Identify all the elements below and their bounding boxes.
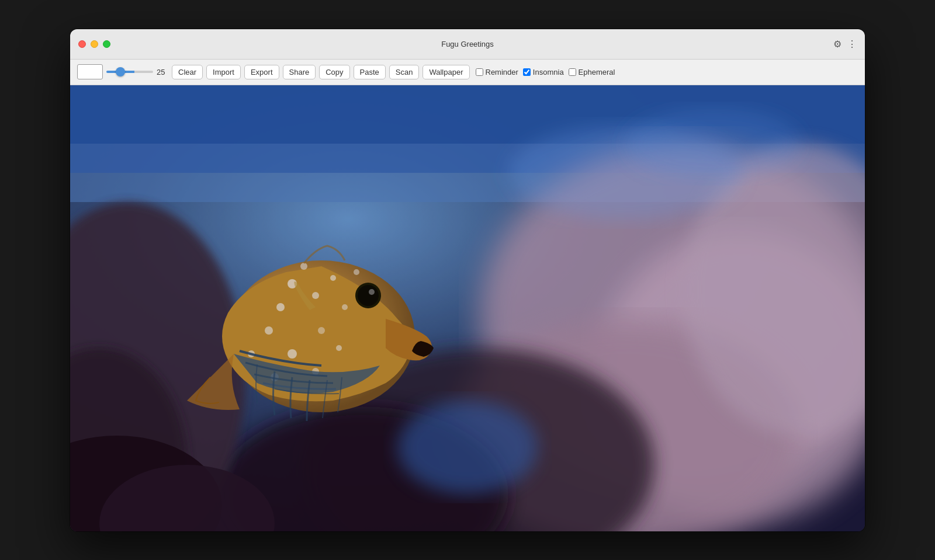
clear-button[interactable]: Clear [172, 65, 203, 79]
reminder-checkbox[interactable] [476, 68, 483, 76]
insomnia-label[interactable]: Insomnia [523, 68, 564, 76]
wallpaper-button[interactable]: Wallpaper [423, 65, 469, 79]
maximize-button[interactable] [103, 40, 110, 48]
brush-size-slider[interactable] [106, 71, 153, 73]
app-window: Fugu Greetings ⚙ ⋮ 25 Clear Import Expor… [70, 29, 865, 531]
ephemeral-label[interactable]: Ephemeral [569, 68, 615, 76]
copy-button[interactable]: Copy [319, 65, 349, 79]
color-swatch[interactable] [77, 64, 103, 79]
ephemeral-checkbox[interactable] [569, 68, 576, 76]
image-area[interactable] [70, 85, 865, 531]
minimize-button[interactable] [91, 40, 98, 48]
slider-value: 25 [157, 68, 168, 76]
window-title: Fugu Greetings [441, 40, 494, 48]
share-button[interactable]: Share [283, 65, 316, 79]
gear-icon[interactable]: ⚙ [833, 39, 842, 50]
close-button[interactable] [78, 40, 86, 48]
menu-icon[interactable]: ⋮ [847, 39, 857, 50]
insomnia-checkbox[interactable] [523, 68, 531, 76]
scan-button[interactable]: Scan [389, 65, 420, 79]
fish-image [70, 85, 865, 531]
import-button[interactable]: Import [206, 65, 241, 79]
titlebar-actions: ⚙ ⋮ [833, 39, 857, 50]
titlebar: Fugu Greetings ⚙ ⋮ [70, 29, 865, 60]
svg-point-36 [625, 109, 801, 179]
paste-button[interactable]: Paste [354, 65, 386, 79]
export-button[interactable]: Export [244, 65, 279, 79]
checkbox-group: Reminder Insomnia Ephemeral [476, 68, 615, 76]
reminder-label[interactable]: Reminder [476, 68, 518, 76]
traffic-lights [78, 40, 110, 48]
slider-container: 25 [106, 68, 168, 76]
toolbar: 25 Clear Import Export Share Copy Paste … [70, 60, 865, 85]
